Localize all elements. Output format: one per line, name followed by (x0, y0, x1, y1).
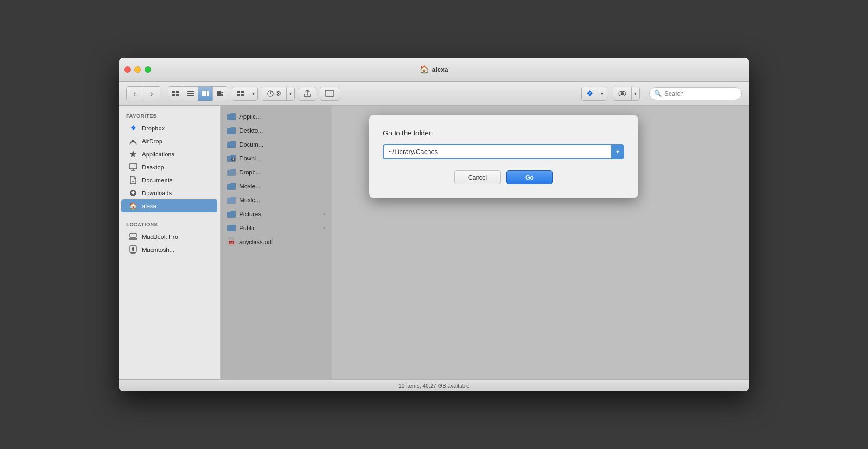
svg-rect-6 (187, 95, 194, 96)
svg-rect-2 (172, 94, 175, 96)
sidebar-item-dropbox[interactable]: ❖ Dropbox (121, 122, 217, 135)
favorites-header: Favorites (119, 111, 220, 122)
go-button[interactable]: Go (506, 170, 553, 184)
nav-buttons: ‹ › (126, 86, 160, 101)
sidebar-item-airdrop[interactable]: AirDrop (121, 135, 217, 148)
view-list-button[interactable] (183, 87, 198, 101)
arrange-main[interactable] (232, 87, 249, 100)
close-button[interactable] (124, 66, 131, 73)
search-box[interactable]: 🔍 (649, 87, 742, 100)
sidebar-label-macintosh: Macintosh... (142, 246, 174, 253)
svg-rect-11 (221, 92, 223, 93)
svg-rect-15 (241, 91, 244, 93)
traffic-lights (124, 66, 151, 73)
svg-rect-10 (217, 91, 221, 96)
finder-window: 🏠 alexa ‹ › (119, 58, 749, 391)
folder-path-input[interactable] (383, 144, 612, 159)
eye-arrow[interactable]: ▾ (632, 87, 639, 100)
modal-buttons: Cancel Go (383, 170, 624, 184)
svg-rect-8 (204, 91, 206, 96)
downloads-icon (129, 189, 137, 197)
eye-button[interactable]: ▾ (613, 87, 640, 101)
sidebar-label-macbook-pro: MacBook Pro (142, 233, 178, 240)
svg-rect-4 (187, 91, 194, 92)
svg-rect-25 (129, 164, 137, 169)
toolbar: ‹ › (119, 82, 749, 106)
svg-rect-14 (237, 91, 240, 93)
tag-button[interactable] (320, 87, 339, 101)
cancel-button[interactable]: Cancel (454, 170, 501, 184)
svg-rect-16 (237, 94, 240, 96)
share-button[interactable] (299, 87, 316, 101)
arrange-button[interactable]: ▾ (232, 87, 258, 101)
svg-rect-3 (176, 94, 179, 96)
svg-rect-0 (172, 91, 175, 93)
dropbox-main[interactable]: ❖ (582, 87, 598, 100)
forward-button[interactable]: › (143, 87, 160, 101)
svg-point-36 (132, 247, 134, 251)
sidebar-item-alexa[interactable]: 🏠 alexa (121, 199, 217, 212)
applications-icon (129, 150, 137, 158)
svg-rect-5 (187, 93, 194, 94)
folder-dropdown-arrow[interactable]: ▾ (611, 144, 624, 159)
desktop-icon (129, 163, 137, 171)
search-icon: 🔍 (654, 90, 662, 97)
airdrop-icon (129, 137, 137, 145)
view-column-button[interactable] (198, 87, 213, 101)
modal-overlay: Go to the folder: ▾ Cancel Go (221, 106, 749, 379)
title-text: alexa (432, 66, 448, 73)
sidebar-label-downloads: Downloads (142, 190, 172, 197)
home-icon: 🏠 (420, 65, 429, 74)
sidebar-item-applications[interactable]: Applications (121, 148, 217, 160)
svg-rect-9 (207, 91, 209, 96)
sidebar-item-macintosh[interactable]: Macintosh... (121, 243, 217, 256)
action-button[interactable]: ⚙ ▾ (262, 87, 295, 101)
sidebar-label-desktop: Desktop (142, 164, 164, 171)
dropbox-button[interactable]: ❖ ▾ (581, 87, 606, 101)
eye-main[interactable] (613, 87, 632, 100)
modal-input-row: ▾ (383, 144, 624, 159)
sidebar-item-macbook-pro[interactable]: MacBook Pro (121, 230, 217, 243)
svg-rect-1 (176, 91, 179, 93)
macintosh-icon (129, 245, 137, 254)
documents-icon (129, 176, 137, 184)
svg-rect-35 (131, 252, 135, 253)
dropbox-icon: ❖ (129, 124, 137, 132)
search-input[interactable] (664, 90, 737, 97)
svg-rect-13 (221, 95, 223, 96)
svg-rect-12 (221, 94, 223, 95)
action-arrow[interactable]: ▾ (287, 87, 294, 100)
dropbox-arrow[interactable]: ▾ (598, 87, 606, 100)
macbook-pro-icon (129, 232, 137, 241)
svg-point-20 (270, 93, 271, 94)
maximize-button[interactable] (145, 66, 151, 73)
sidebar-label-airdrop: AirDrop (142, 138, 162, 145)
back-button[interactable]: ‹ (127, 87, 143, 101)
status-bar: 10 items, 40.27 GB available (119, 379, 749, 391)
svg-rect-17 (241, 94, 244, 96)
view-cover-button[interactable] (213, 87, 228, 101)
main-content: Favorites ❖ Dropbox AirDrop (119, 106, 749, 379)
sidebar-item-downloads[interactable]: Downloads (121, 186, 217, 199)
sidebar-label-documents: Documents (142, 177, 172, 184)
minimize-button[interactable] (134, 66, 141, 73)
sidebar-label-alexa: alexa (142, 203, 156, 210)
svg-rect-32 (133, 191, 134, 193)
sidebar-item-desktop[interactable]: Desktop (121, 160, 217, 173)
status-text: 10 items, 40.27 GB available (398, 383, 469, 389)
modal-title: Go to the folder: (383, 129, 624, 137)
arrange-arrow[interactable]: ▾ (249, 87, 257, 100)
view-buttons (168, 86, 228, 101)
sidebar: Favorites ❖ Dropbox AirDrop (119, 106, 221, 379)
sidebar-label-applications: Applications (142, 151, 174, 158)
svg-rect-7 (202, 91, 204, 96)
window-title: 🏠 alexa (420, 65, 448, 74)
locations-header: Locations (119, 220, 220, 230)
titlebar: 🏠 alexa (119, 58, 749, 82)
sidebar-label-dropbox: Dropbox (142, 125, 165, 132)
alexa-home-icon: 🏠 (129, 202, 137, 210)
svg-rect-21 (326, 90, 334, 97)
view-grid-button[interactable] (168, 87, 183, 101)
action-main[interactable]: ⚙ (262, 87, 287, 100)
sidebar-item-documents[interactable]: Documents (121, 173, 217, 186)
